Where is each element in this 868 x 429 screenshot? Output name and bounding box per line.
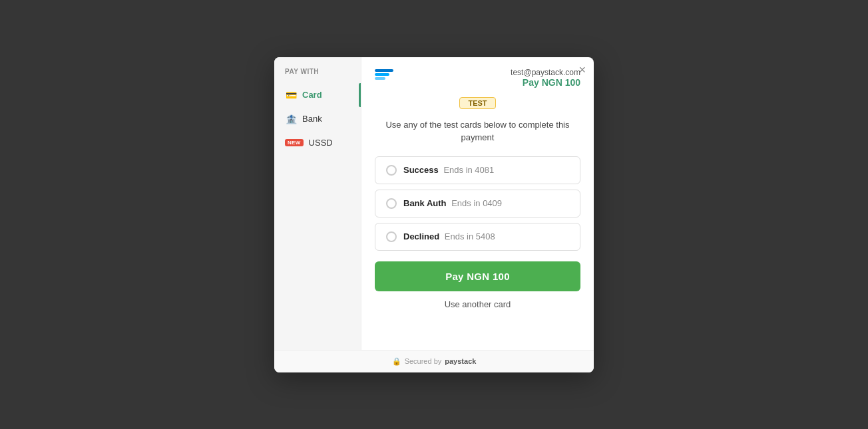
content-header: test@paystack.com Pay NGN 100 [375, 68, 580, 88]
card-ends-bank-auth: Ends in 0409 [451, 198, 502, 208]
sidebar-item-bank[interactable]: 🏦 Bank [274, 107, 361, 131]
card-option-success[interactable]: Success Ends in 4081 [375, 156, 580, 184]
use-another-card-link[interactable]: Use another card [375, 299, 580, 309]
lock-icon: 🔒 [392, 357, 401, 366]
radio-declined[interactable] [386, 231, 397, 242]
card-name-success: Success [403, 165, 439, 175]
header-email: test@paystack.com [511, 68, 580, 77]
logo-bar-3 [375, 77, 385, 80]
card-ends-declined: Ends in 5408 [445, 231, 495, 241]
card-ends-success: Ends in 4081 [443, 165, 494, 175]
payment-modal: × PAY WITH 💳 Card 🏦 Bank NEW USSD [274, 57, 594, 372]
secured-by-text: Secured by [405, 357, 442, 365]
card-label-success: Success Ends in 4081 [403, 165, 494, 175]
radio-bank-auth[interactable] [386, 198, 397, 209]
main-content: test@paystack.com Pay NGN 100 TEST Use a… [361, 57, 594, 350]
radio-success[interactable] [386, 165, 397, 176]
instruction-text: Use any of the test cards below to compl… [375, 118, 580, 144]
header-pay-amount: Pay NGN 100 [511, 77, 580, 88]
logo-bar-2 [375, 73, 389, 76]
sidebar-item-ussd[interactable]: NEW USSD [274, 131, 361, 154]
card-option-declined[interactable]: Declined Ends in 5408 [375, 223, 580, 251]
test-badge: TEST [459, 97, 495, 109]
card-icon: 💳 [285, 90, 297, 100]
close-button[interactable]: × [578, 64, 586, 76]
card-label-declined: Declined Ends in 5408 [403, 231, 495, 241]
sidebar-item-bank-label: Bank [302, 114, 322, 124]
card-options: Success Ends in 4081 Bank Auth Ends in 0… [375, 156, 580, 251]
logo-bar-1 [375, 69, 393, 72]
sidebar-item-card[interactable]: 💳 Card [274, 83, 361, 107]
card-name-declined: Declined [403, 231, 439, 241]
header-info: test@paystack.com Pay NGN 100 [511, 68, 580, 88]
card-name-bank-auth: Bank Auth [403, 198, 447, 208]
sidebar-item-card-label: Card [302, 90, 322, 100]
sidebar: PAY WITH 💳 Card 🏦 Bank NEW USSD [274, 57, 361, 350]
overlay: × PAY WITH 💳 Card 🏦 Bank NEW USSD [0, 0, 868, 429]
new-badge: NEW [285, 139, 304, 146]
modal-footer: 🔒 Secured by paystack [274, 350, 594, 372]
bank-icon: 🏦 [285, 114, 297, 124]
sidebar-item-ussd-label: USSD [309, 138, 333, 148]
sidebar-title: PAY WITH [274, 68, 361, 83]
card-option-bank-auth[interactable]: Bank Auth Ends in 0409 [375, 190, 580, 217]
pay-button[interactable]: Pay NGN 100 [375, 261, 580, 291]
card-label-bank-auth: Bank Auth Ends in 0409 [403, 198, 502, 208]
paystack-logo [375, 69, 393, 80]
paystack-brand: paystack [445, 357, 476, 365]
